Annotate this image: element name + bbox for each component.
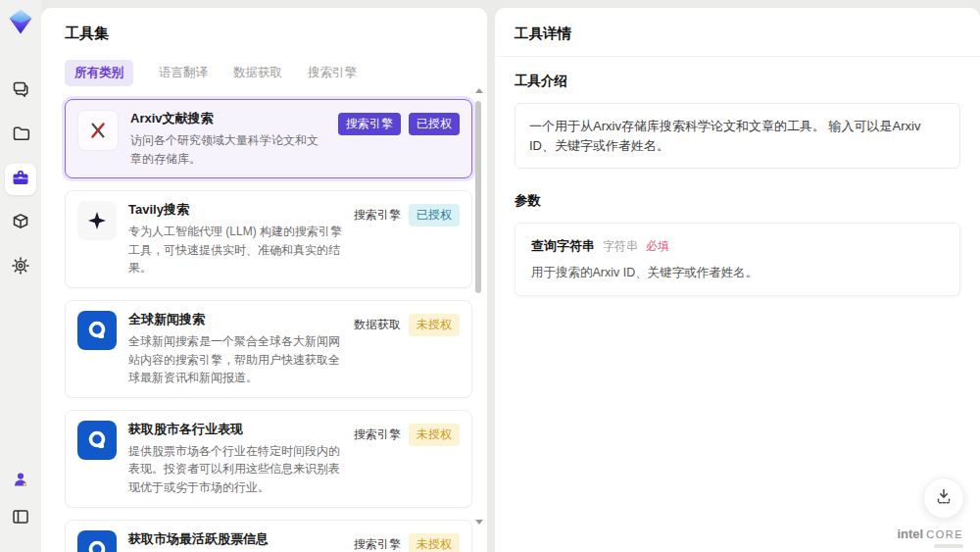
auth-status-badge: 已授权 <box>409 204 460 226</box>
left-icon-rail <box>0 0 41 552</box>
arxiv-logo-icon <box>77 110 119 151</box>
param-head: 查询字符串 字符串 必填 <box>531 237 944 255</box>
download-icon <box>934 486 954 510</box>
scrollbar-up-arrow[interactable] <box>475 88 483 93</box>
tool-card[interactable]: 获取市场最活跃股票信息提供当天交易量最高的股票列表，投资者可以利用这些信息来识别… <box>65 520 472 552</box>
tool-name: Tavily搜索 <box>128 201 342 219</box>
param-required-badge: 必填 <box>646 238 669 255</box>
category-badge: 搜索引擎 <box>338 113 401 135</box>
category-badge: 搜索引擎 <box>354 533 401 552</box>
sidebar-item-models[interactable] <box>5 208 36 239</box>
tool-list-panel: 工具集 所有类别语言翻译数据获取搜索引擎 Arxiv文献搜索访问各个研究领域大量… <box>41 8 487 552</box>
tool-card-body: 获取市场最活跃股票信息提供当天交易量最高的股票列表，投资者可以利用这些信息来识别… <box>128 530 342 552</box>
category-tab[interactable]: 搜索引擎 <box>308 60 357 86</box>
auth-status-badge: 未授权 <box>409 424 460 446</box>
sidebar-item-collapse[interactable] <box>5 503 36 534</box>
tool-badges: 搜索引擎未授权 <box>354 424 460 497</box>
core-logo-text: CORE <box>926 528 963 540</box>
chat-bubbles-icon <box>11 79 30 103</box>
tool-card-body: Tavily搜索专为人工智能代理 (LLM) 构建的搜索引擎工具，可快速提供实时… <box>128 201 342 277</box>
app-logo-diamond-icon <box>8 9 33 34</box>
tool-card[interactable]: 获取股市各行业表现提供股票市场各个行业在特定时间段内的表现。投资者可以利用这些信… <box>65 410 472 508</box>
sparkle-icon <box>77 201 117 240</box>
tool-badges: 数据获取未授权 <box>354 314 460 387</box>
page-title: 工具集 <box>65 25 487 43</box>
param-type: 字符串 <box>603 238 638 255</box>
tool-card-body: Arxiv文献搜索访问各个研究领域大量科学论文和文章的存储库。 <box>130 110 326 168</box>
tool-intro-text: 一个用于从Arxiv存储库搜索科学论文和文章的工具。 输入可以是Arxiv ID… <box>514 103 960 169</box>
param-description: 用于搜索的Arxiv ID、关键字或作者姓名。 <box>531 265 944 281</box>
category-tab[interactable]: 语言翻译 <box>159 60 208 86</box>
rail-bottom <box>5 466 36 540</box>
intel-core-logo: intel CORE <box>897 527 963 541</box>
panel-icon <box>11 507 30 530</box>
detail-panel-content: 工具介绍 一个用于从Arxiv存储库搜索科学论文和文章的工具。 输入可以是Arx… <box>495 57 980 312</box>
tool-name: Arxiv文献搜索 <box>130 110 326 127</box>
tool-description: 专为人工智能代理 (LLM) 构建的搜索引擎工具，可快速提供实时、准确和真实的结… <box>128 223 342 277</box>
tool-card-body: 获取股市各行业表现提供股票市场各个行业在特定时间段内的表现。投资者可以利用这些信… <box>128 421 342 497</box>
param-name: 查询字符串 <box>531 237 595 255</box>
tool-badges: 搜索引擎未授权 <box>354 533 460 552</box>
tool-badges: 搜索引擎已授权 <box>354 204 460 277</box>
sidebar-item-tools[interactable] <box>5 164 36 195</box>
tool-card[interactable]: Tavily搜索专为人工智能代理 (LLM) 构建的搜索引擎工具，可快速提供实时… <box>65 190 472 288</box>
sidebar-item-settings[interactable] <box>5 252 36 283</box>
intel-logo-subline <box>934 544 963 548</box>
auth-status-badge: 已授权 <box>409 113 460 135</box>
tool-badges: 搜索引擎已授权 <box>338 113 460 168</box>
tool-name: 获取市场最活跃股票信息 <box>128 530 342 548</box>
param-card: 查询字符串 字符串 必填 用于搜索的Arxiv ID、关键字或作者姓名。 <box>514 223 960 296</box>
gear-icon <box>11 256 30 279</box>
category-badge: 数据获取 <box>354 314 401 336</box>
tool-description: 访问各个研究领域大量科学论文和文章的存储库。 <box>130 131 326 168</box>
category-tab[interactable]: 数据获取 <box>233 60 282 86</box>
auth-status-badge: 未授权 <box>409 533 460 552</box>
briefcase-icon <box>11 168 30 191</box>
tool-name: 全球新闻搜索 <box>128 311 342 328</box>
rail-nav <box>5 75 36 296</box>
category-tabs: 所有类别语言翻译数据获取搜索引擎 <box>65 60 487 86</box>
tool-card[interactable]: Arxiv文献搜索访问各个研究领域大量科学论文和文章的存储库。搜索引擎已授权 <box>65 99 472 178</box>
tool-description: 提供股票市场各个行业在特定时间段内的表现。投资者可以利用这些信息来识别表现优于或… <box>128 442 342 497</box>
params-section-title: 参数 <box>514 192 960 210</box>
intro-section-title: 工具介绍 <box>514 73 960 90</box>
scrollbar-thumb[interactable] <box>475 101 481 293</box>
tool-detail-panel: 工具详情 工具介绍 一个用于从Arxiv存储库搜索科学论文和文章的工具。 输入可… <box>495 8 980 552</box>
app-window: 工具集 所有类别语言翻译数据获取搜索引擎 Arxiv文献搜索访问各个研究领域大量… <box>0 0 980 552</box>
globe-news-icon <box>77 311 117 350</box>
sidebar-item-profile[interactable] <box>5 466 36 497</box>
scrollbar-down-arrow[interactable] <box>475 520 483 525</box>
globe-news-icon <box>77 530 117 552</box>
sidebar-item-chat[interactable] <box>5 75 36 107</box>
scrollbar[interactable] <box>474 88 483 544</box>
tool-list: Arxiv文献搜索访问各个研究领域大量科学论文和文章的存储库。搜索引擎已授权Ta… <box>65 99 472 552</box>
user-icon <box>11 470 30 493</box>
tool-card[interactable]: 全球新闻搜索全球新闻搜索是一个聚合全球各大新闻网站内容的搜索引擎，帮助用户快速获… <box>65 300 472 398</box>
category-badge: 搜索引擎 <box>354 424 401 446</box>
download-button[interactable] <box>923 477 964 519</box>
tool-description: 全球新闻搜索是一个聚合全球各大新闻网站内容的搜索引擎，帮助用户快速获取全球最新资… <box>128 332 342 387</box>
sidebar-item-files[interactable] <box>5 120 36 151</box>
cube-icon <box>11 212 30 235</box>
category-tab[interactable]: 所有类别 <box>65 60 133 86</box>
category-badge: 搜索引擎 <box>354 204 401 226</box>
tool-name: 获取股市各行业表现 <box>128 421 342 438</box>
globe-news-icon <box>77 421 117 460</box>
auth-status-badge: 未授权 <box>409 314 460 336</box>
folder-icon <box>11 124 30 147</box>
detail-panel-title: 工具详情 <box>495 8 980 57</box>
intel-logo-text: intel <box>897 527 923 541</box>
tool-card-body: 全球新闻搜索全球新闻搜索是一个聚合全球各大新闻网站内容的搜索引擎，帮助用户快速获… <box>128 311 342 387</box>
